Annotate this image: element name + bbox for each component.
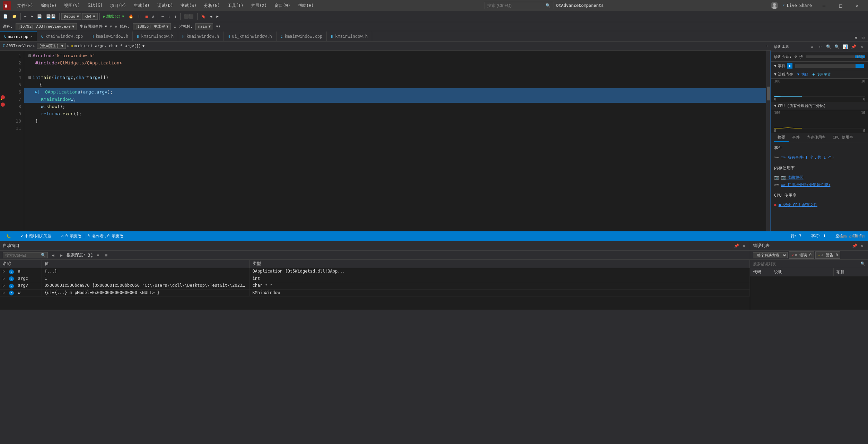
- auto-depth-stepper[interactable]: ▲ ▼: [91, 252, 93, 258]
- diag-tab-events[interactable]: 事件: [789, 133, 803, 142]
- menu-tools[interactable]: 工具(T): [224, 1, 247, 10]
- tab-main-cpp[interactable]: C main.cpp ✕: [0, 32, 37, 41]
- tab-overflow-button[interactable]: ▼: [852, 34, 859, 41]
- snapshot-link[interactable]: 📷 截取快照: [781, 175, 804, 180]
- status-ok-item[interactable]: ✓ 未找到相关问题: [19, 233, 53, 239]
- diag-zoom-in-button[interactable]: 🔍: [825, 43, 832, 50]
- tab-kmainwindow-cpp-2[interactable]: C kmainwindow.cpp: [277, 32, 327, 41]
- error-panel-pin-button[interactable]: 📌: [851, 243, 858, 249]
- menu-analyze[interactable]: 分析(N): [201, 1, 223, 10]
- breakpoints-button[interactable]: ⬛⬛: [182, 13, 195, 20]
- open-file-button[interactable]: 📁: [10, 13, 19, 20]
- breadcrumb-func-dropdown[interactable]: ⊕ main(int argc, char * argv[]) ▼: [71, 44, 145, 48]
- tab-kmainwindow-cpp-1[interactable]: C kmainwindow.cpp: [37, 32, 87, 41]
- debug-mode-dropdown[interactable]: Debug ▼: [61, 13, 81, 20]
- expand-a[interactable]: ▷: [3, 269, 5, 274]
- tab-ui-kmainwindow-h[interactable]: H ui_kmainwindow.h: [223, 32, 277, 41]
- menu-view[interactable]: 视图(V): [61, 1, 84, 10]
- menu-test[interactable]: 测试(S): [177, 1, 200, 10]
- process-dropdown[interactable]: [10792] A03TreeView.exe ▼: [16, 23, 77, 30]
- save-all-button[interactable]: 💾💾: [44, 13, 58, 20]
- restart-button[interactable]: ↺: [150, 13, 156, 20]
- bookmark-button[interactable]: 🔖: [199, 13, 208, 20]
- hot-reload-button[interactable]: 🔥: [127, 13, 135, 20]
- diag-pin-button[interactable]: 📌: [850, 43, 857, 50]
- diag-tab-memory[interactable]: 内存使用率: [803, 133, 829, 142]
- status-changes-item[interactable]: ◁ 0 项更改 | 0 名作者，0 项更改: [59, 233, 125, 239]
- error-search-input[interactable]: [753, 262, 860, 266]
- step-out-button[interactable]: ↑: [173, 13, 178, 20]
- diag-chart-button[interactable]: 📊: [842, 43, 849, 50]
- auto-window-close-button[interactable]: ✕: [741, 243, 747, 249]
- maximize-button[interactable]: □: [833, 0, 849, 11]
- diag-tab-summary[interactable]: 摘要: [774, 133, 789, 142]
- stop-button[interactable]: ■: [144, 13, 150, 20]
- editor-scrollbar[interactable]: [766, 51, 771, 231]
- undo-button[interactable]: ↩: [23, 13, 28, 20]
- diag-tab-cpu[interactable]: CPU 使用率: [829, 133, 857, 142]
- diag-cpu-header[interactable]: ▼ CPU (所有处理器的百分比): [771, 102, 868, 110]
- close-button[interactable]: ✕: [849, 0, 865, 11]
- menu-help[interactable]: 帮助(H): [295, 1, 317, 10]
- live-share-button[interactable]: ⚡ Live Share: [782, 3, 812, 8]
- minimize-button[interactable]: —: [816, 0, 832, 11]
- next-bookmark-button[interactable]: ◀: [208, 13, 214, 20]
- thread-dropdown[interactable]: [18856] 主线程 ▼: [133, 23, 171, 30]
- code-lines[interactable]: ⊟ #include "kmainwindow.h" #include <QtW…: [24, 51, 766, 231]
- tab-kmainwindow-h-3[interactable]: H kmainwindow.h: [178, 32, 223, 41]
- menu-build[interactable]: 生成(B): [130, 1, 153, 10]
- menu-file[interactable]: 文件(F): [14, 1, 37, 10]
- step-over-button[interactable]: →: [160, 13, 166, 20]
- diag-settings-button[interactable]: ⚙: [808, 43, 815, 50]
- depth-up[interactable]: ▲: [91, 252, 93, 255]
- expand-argc[interactable]: ▷: [3, 276, 5, 281]
- expand-argv[interactable]: ▷: [3, 283, 5, 288]
- auto-nav-back[interactable]: ◀: [50, 252, 56, 258]
- auto-window-pin-button[interactable]: 📌: [733, 243, 739, 249]
- tab-settings-button[interactable]: ⚙: [860, 34, 867, 41]
- tab-kmainwindow-h-4[interactable]: H kmainwindow.h: [327, 32, 372, 41]
- error-warnings-button[interactable]: ⚠ ⚠ 警告 0: [815, 251, 840, 259]
- status-char-item[interactable]: 字符: 1: [809, 233, 828, 239]
- platform-dropdown[interactable]: x64 ▼: [82, 13, 98, 20]
- diag-zoom-out-button[interactable]: 🔍: [833, 43, 840, 50]
- status-row-item[interactable]: 行: 7: [789, 233, 804, 239]
- auto-nav-forward[interactable]: ▶: [58, 252, 64, 258]
- expand-w[interactable]: ▷: [3, 290, 5, 295]
- search-input[interactable]: [484, 2, 553, 9]
- status-debug-item[interactable]: 🐛: [4, 233, 13, 239]
- stack-dropdown[interactable]: main ▼: [195, 23, 213, 30]
- menu-debug[interactable]: 调试(D): [154, 1, 177, 10]
- auto-indent-button[interactable]: ≡: [95, 252, 101, 258]
- menu-project[interactable]: 项目(P): [107, 1, 130, 10]
- continue-button[interactable]: ▶ 继续(C) ▼: [102, 13, 126, 20]
- depth-down[interactable]: ▼: [91, 255, 93, 258]
- menu-window[interactable]: 窗口(W): [271, 1, 294, 10]
- diag-memory-header[interactable]: ▼ 进程内存 ▼ 快照 ● 专用字节: [771, 70, 868, 79]
- expand-code-button[interactable]: +: [766, 44, 768, 48]
- new-file-button[interactable]: 📄: [1, 13, 10, 20]
- diag-events-header[interactable]: ▼ 事件 ⏸: [771, 62, 868, 70]
- pause-button[interactable]: ⏸: [136, 13, 143, 20]
- event-link-1[interactable]: ∞∞ 所有事件(1 个，共 1 个): [781, 155, 834, 160]
- heap-link[interactable]: ∞∞ 启用堆分析(会影响性能): [781, 182, 830, 187]
- diag-back-button[interactable]: ↩: [817, 43, 824, 50]
- tab-kmainwindow-h-2[interactable]: H kmainwindow.h: [133, 32, 178, 41]
- menu-edit[interactable]: 编辑(E): [37, 1, 60, 10]
- error-filter-dropdown[interactable]: 整个解决方案: [753, 252, 788, 258]
- redo-button[interactable]: ↪: [29, 13, 35, 20]
- save-button[interactable]: 💾: [35, 13, 44, 20]
- tab-kmainwindow-h-1[interactable]: H kmainwindow.h: [87, 32, 133, 41]
- menu-git[interactable]: Git(G): [84, 1, 106, 10]
- auto-expand-button[interactable]: ⊞: [103, 252, 109, 258]
- step-into-button[interactable]: ↓: [166, 13, 172, 20]
- diag-pause-button[interactable]: ⏸: [787, 63, 792, 69]
- prev-bookmark-button[interactable]: ▶: [214, 13, 220, 20]
- tab-close-main[interactable]: ✕: [30, 35, 33, 38]
- diag-close-button[interactable]: ✕: [858, 43, 865, 50]
- breadcrumb-scope-dropdown[interactable]: (全局范围) ▼: [37, 43, 66, 49]
- error-errors-button[interactable]: ✕ ✕ 错误 0: [789, 251, 814, 259]
- menu-extensions[interactable]: 扩展(X): [248, 1, 271, 10]
- error-panel-close-button[interactable]: ✕: [859, 243, 865, 249]
- cpu-record-link[interactable]: ● 记录 CPU 配置文件: [779, 202, 817, 207]
